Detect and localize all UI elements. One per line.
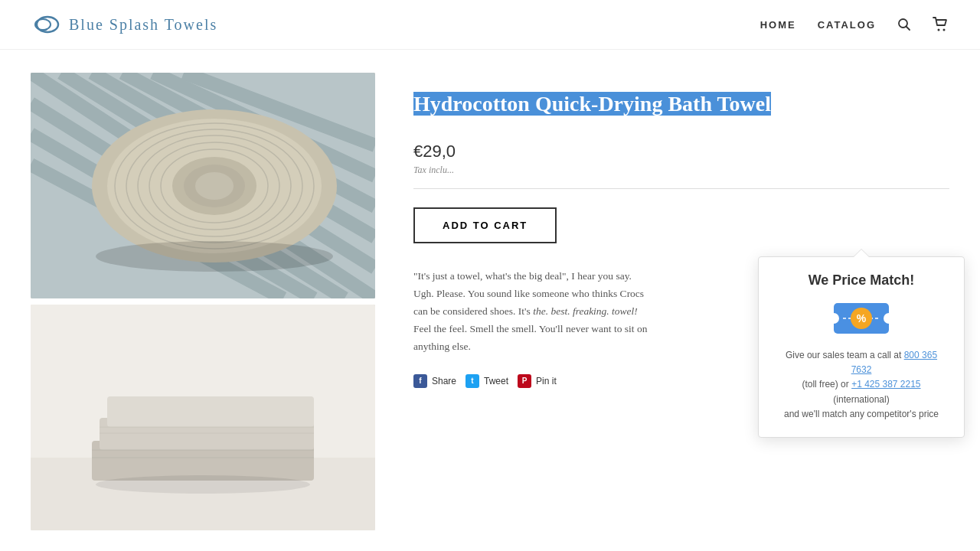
pinterest-label: Pin it	[536, 376, 557, 386]
product-info: Hydrocotton Quick-Drying Bath Towel €29,…	[413, 73, 949, 530]
product-images	[31, 73, 375, 530]
twitter-share[interactable]: t Tweet	[466, 374, 508, 388]
twitter-icon: t	[466, 374, 479, 388]
phone-tollfree: 800 365 7632	[851, 350, 937, 375]
main-nav: HOME CATALOG	[760, 17, 949, 32]
add-to-cart-button[interactable]: ADD TO CART	[413, 207, 557, 243]
nav-catalog[interactable]: CATALOG	[818, 19, 876, 31]
svg-point-26	[96, 241, 333, 272]
logo-text: Blue Splash Towels	[69, 16, 217, 34]
svg-point-36	[96, 475, 310, 494]
search-icon[interactable]	[897, 18, 911, 31]
nav-home[interactable]: HOME	[760, 19, 796, 31]
main-content: Hydrocotton Quick-Drying Bath Towel €29,…	[0, 50, 980, 551]
phone-intl: +1 425 387 2215	[851, 379, 920, 390]
svg-point-25	[195, 172, 234, 200]
svg-text:%: %	[857, 312, 867, 324]
facebook-share[interactable]: f Share	[413, 374, 456, 388]
divider	[413, 188, 949, 189]
site-header: Blue Splash Towels HOME CATALOG	[0, 0, 980, 50]
desc-italic: the. best. freaking. towel!	[533, 305, 638, 317]
cart-icon[interactable]	[933, 17, 949, 32]
popup-text-line3: and we'll match any competitor's price	[784, 409, 939, 419]
popup-icon-area: %	[774, 299, 949, 337]
pinterest-icon: P	[518, 374, 531, 388]
product-image-bottom	[31, 305, 375, 530]
product-title: Hydrocotton Quick-Drying Bath Towel	[413, 88, 949, 120]
pinterest-share[interactable]: P Pin it	[518, 374, 557, 388]
popup-arrow	[854, 249, 869, 257]
product-image-top	[31, 73, 375, 298]
facebook-icon: f	[413, 374, 427, 388]
popup-text: Give our sales team a call at 800 365 76…	[774, 348, 949, 422]
popup-title: We Price Match!	[774, 272, 949, 289]
tax-info: Tax inclu...	[413, 165, 949, 176]
facebook-label: Share	[432, 376, 456, 386]
twitter-label: Tweet	[484, 376, 508, 386]
coupon-icon: %	[834, 299, 889, 337]
price-match-popup: We Price Match! % Give our sales te	[758, 256, 965, 438]
logo[interactable]: Blue Splash Towels	[31, 9, 217, 40]
svg-line-3	[906, 27, 910, 31]
product-price: €29,0	[413, 142, 949, 161]
logo-icon	[31, 9, 61, 40]
svg-point-4	[938, 29, 940, 31]
svg-rect-31	[107, 396, 314, 427]
svg-point-5	[943, 29, 946, 31]
